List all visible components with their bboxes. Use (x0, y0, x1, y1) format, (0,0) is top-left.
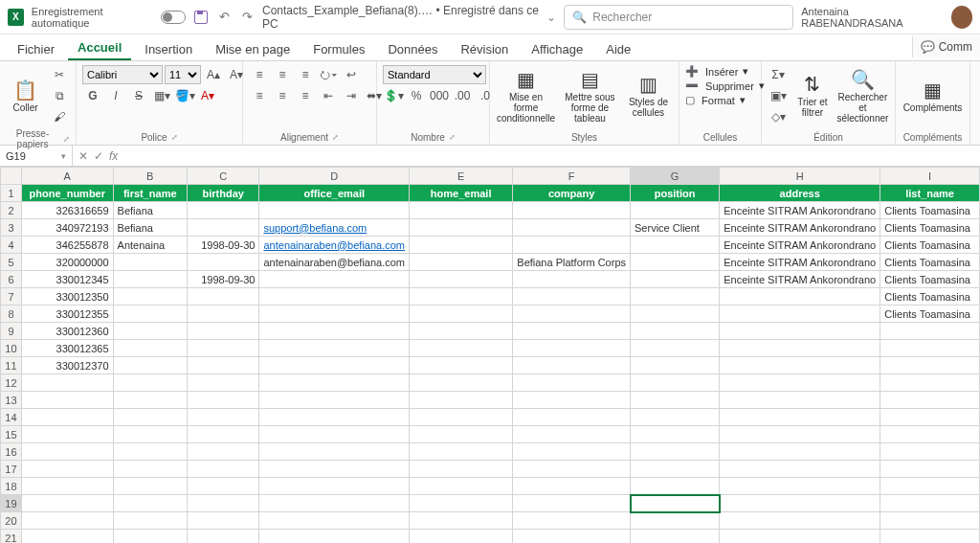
cell-G17[interactable] (631, 461, 720, 478)
cell-G12[interactable] (631, 374, 720, 392)
cell-H12[interactable] (720, 374, 880, 392)
cell-G5[interactable] (631, 254, 720, 271)
fill-color-button[interactable]: 🪣▾ (174, 86, 195, 105)
redo-icon[interactable]: ↷ (239, 10, 255, 25)
insert-cells-button[interactable]: ➕ Insérer ▾ (685, 65, 765, 78)
cell-H6[interactable]: Enceinte SITRAM Ankorondrano (720, 271, 880, 288)
increase-decimal-button[interactable]: .00 (452, 86, 473, 105)
cell-C17[interactable] (187, 461, 259, 478)
cell-G14[interactable] (631, 409, 720, 426)
cell-H2[interactable]: Enceinte SITRAM Ankorondrano (720, 202, 880, 219)
tab-révision[interactable]: Révision (451, 38, 518, 60)
cell-C19[interactable] (187, 495, 259, 512)
cell-D5[interactable]: antenainaraben@befiana.com (259, 254, 410, 271)
tab-mise en page[interactable]: Mise en page (206, 38, 300, 60)
row-header-18[interactable]: 18 (1, 478, 22, 495)
cell-I3[interactable]: Clients Toamasina (880, 219, 980, 237)
cell-I12[interactable] (880, 374, 980, 392)
cell-I4[interactable]: Clients Toamasina (880, 237, 980, 254)
search-input[interactable]: 🔍 Rechercher (564, 5, 793, 30)
cell-A9[interactable]: 330012360 (21, 323, 113, 340)
cell-I17[interactable] (880, 461, 980, 478)
dialog-launcher-icon[interactable]: ⤢ (171, 133, 178, 142)
row-header-12[interactable]: 12 (1, 374, 22, 392)
tab-fichier[interactable]: Fichier (8, 38, 64, 60)
cell-A1[interactable]: phone_number (21, 185, 113, 202)
cell-G18[interactable] (631, 478, 720, 495)
cut-button[interactable]: ✂ (49, 65, 70, 84)
cell-I7[interactable]: Clients Toamasina (880, 288, 980, 305)
cell-A15[interactable] (21, 426, 113, 443)
cell-I5[interactable]: Clients Toamasina (880, 254, 980, 271)
row-header-10[interactable]: 10 (1, 340, 22, 357)
cell-F3[interactable] (513, 219, 631, 237)
dialog-launcher-icon[interactable]: ⤢ (63, 135, 70, 144)
decrease-indent-button[interactable]: ⇤ (318, 86, 339, 105)
cell-D7[interactable] (259, 288, 410, 305)
select-all-corner[interactable] (1, 168, 22, 185)
cell-A12[interactable] (21, 374, 113, 392)
cell-D4[interactable]: antenainaraben@befiana.com (259, 237, 410, 254)
cell-D18[interactable] (259, 478, 410, 495)
strike-button[interactable]: S (128, 86, 149, 105)
cell-D21[interactable] (259, 530, 410, 544)
avatar[interactable] (951, 6, 972, 29)
orientation-button[interactable]: ⭮▾ (318, 65, 339, 84)
cell-H4[interactable]: Enceinte SITRAM Ankorondrano (720, 237, 880, 254)
cell-A18[interactable] (21, 478, 113, 495)
cell-G21[interactable] (631, 530, 720, 544)
cell-E18[interactable] (410, 478, 513, 495)
bold-button[interactable]: G (82, 86, 103, 105)
cell-D9[interactable] (259, 323, 410, 340)
cell-B14[interactable] (113, 409, 187, 426)
wrap-text-button[interactable]: ↩ (341, 65, 362, 84)
row-header-9[interactable]: 9 (1, 323, 22, 340)
cell-A8[interactable]: 330012355 (21, 305, 113, 323)
cell-C1[interactable]: birthday (187, 185, 259, 202)
cell-G1[interactable]: position (631, 185, 720, 202)
cell-A21[interactable] (21, 530, 113, 544)
enter-icon[interactable]: ✓ (94, 149, 103, 163)
cell-B8[interactable] (113, 305, 187, 323)
align-left-button[interactable]: ≡ (249, 86, 270, 105)
cell-F18[interactable] (513, 478, 631, 495)
cell-D6[interactable] (259, 271, 410, 288)
cell-F10[interactable] (513, 340, 631, 357)
paste-button[interactable]: 📋Coller (6, 65, 45, 126)
cell-A16[interactable] (21, 443, 113, 461)
tab-affichage[interactable]: Affichage (522, 38, 592, 60)
cancel-icon[interactable]: ✕ (78, 149, 88, 163)
cell-E2[interactable] (410, 202, 513, 219)
col-header-E[interactable]: E (410, 168, 513, 185)
cell-F14[interactable] (513, 409, 631, 426)
row-header-15[interactable]: 15 (1, 426, 22, 443)
cell-E11[interactable] (410, 357, 513, 374)
tab-insertion[interactable]: Insertion (135, 38, 202, 60)
cell-H21[interactable] (720, 530, 880, 544)
cell-B20[interactable] (113, 512, 187, 530)
cell-C15[interactable] (187, 426, 259, 443)
cell-A4[interactable]: 346255878 (21, 237, 113, 254)
row-header-8[interactable]: 8 (1, 305, 22, 323)
fx-icon[interactable]: fx (109, 149, 118, 163)
cell-E3[interactable] (410, 219, 513, 237)
cell-D17[interactable] (259, 461, 410, 478)
cell-A19[interactable] (21, 495, 113, 512)
cell-D10[interactable] (259, 340, 410, 357)
dialog-launcher-icon[interactable]: ⤢ (449, 133, 456, 142)
cell-E19[interactable] (410, 495, 513, 512)
cell-I20[interactable] (880, 512, 980, 530)
comments-button[interactable]: 💬 Comm (912, 36, 980, 57)
cell-F2[interactable] (513, 202, 631, 219)
align-top-button[interactable]: ≡ (249, 65, 270, 84)
cell-A14[interactable] (21, 409, 113, 426)
cell-B1[interactable]: first_name (113, 185, 187, 202)
cell-D19[interactable] (259, 495, 410, 512)
cell-E20[interactable] (410, 512, 513, 530)
row-header-1[interactable]: 1 (1, 185, 22, 202)
font-size-select[interactable]: 11 (165, 65, 201, 84)
cell-A6[interactable]: 330012345 (21, 271, 113, 288)
col-header-D[interactable]: D (259, 168, 410, 185)
align-bottom-button[interactable]: ≡ (295, 65, 316, 84)
cell-G2[interactable] (631, 202, 720, 219)
